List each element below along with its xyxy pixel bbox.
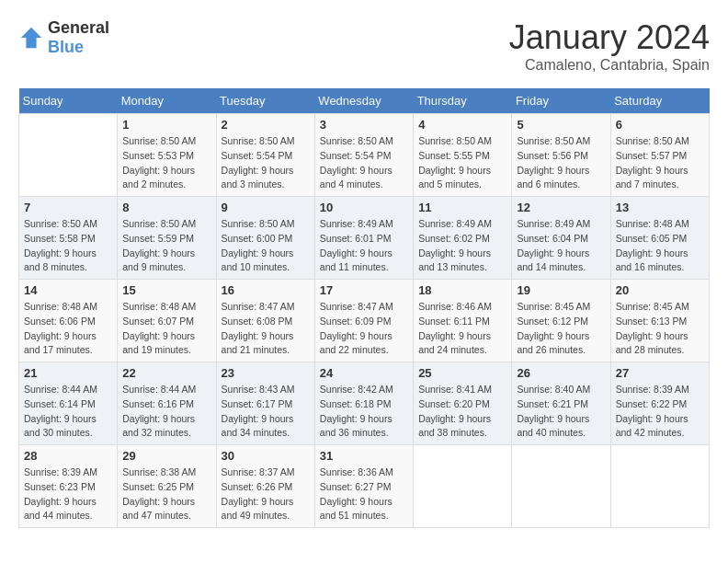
- calendar-cell: 14Sunrise: 8:48 AMSunset: 6:06 PMDayligh…: [19, 280, 118, 362]
- calendar-cell: [610, 445, 709, 528]
- day-number: 16: [222, 283, 310, 297]
- day-number: 25: [418, 366, 506, 380]
- calendar-cell: 10Sunrise: 8:49 AMSunset: 6:01 PMDayligh…: [314, 197, 413, 280]
- day-number: 22: [122, 366, 210, 380]
- day-number: 28: [24, 449, 112, 463]
- calendar-cell: 11Sunrise: 8:49 AMSunset: 6:02 PMDayligh…: [414, 197, 512, 280]
- day-info: Sunrise: 8:50 AMSunset: 5:59 PMDaylight:…: [122, 217, 210, 275]
- day-info: Sunrise: 8:50 AMSunset: 5:58 PMDaylight:…: [24, 217, 112, 275]
- day-info: Sunrise: 8:37 AMSunset: 6:26 PMDaylight:…: [222, 465, 310, 523]
- weekday-header-tuesday: Tuesday: [216, 88, 314, 114]
- day-number: 14: [24, 283, 112, 297]
- day-number: 29: [122, 449, 210, 463]
- day-number: 30: [222, 449, 310, 463]
- calendar-cell: 8Sunrise: 8:50 AMSunset: 5:59 PMDaylight…: [118, 197, 216, 280]
- day-info: Sunrise: 8:38 AMSunset: 6:25 PMDaylight:…: [122, 465, 210, 523]
- calendar-cell: 12Sunrise: 8:49 AMSunset: 6:04 PMDayligh…: [512, 197, 610, 280]
- day-info: Sunrise: 8:43 AMSunset: 6:17 PMDaylight:…: [222, 383, 310, 441]
- day-info: Sunrise: 8:50 AMSunset: 5:55 PMDaylight:…: [418, 134, 506, 192]
- day-info: Sunrise: 8:49 AMSunset: 6:02 PMDaylight:…: [418, 217, 506, 275]
- calendar-cell: 30Sunrise: 8:37 AMSunset: 6:26 PMDayligh…: [216, 445, 314, 528]
- day-number: 11: [418, 201, 506, 214]
- calendar-cell: 13Sunrise: 8:48 AMSunset: 6:05 PMDayligh…: [610, 197, 709, 280]
- calendar-cell: 27Sunrise: 8:39 AMSunset: 6:22 PMDayligh…: [610, 362, 709, 445]
- calendar-cell: 9Sunrise: 8:50 AMSunset: 6:00 PMDaylight…: [216, 197, 314, 280]
- day-info: Sunrise: 8:44 AMSunset: 6:16 PMDaylight:…: [122, 383, 210, 441]
- calendar-cell: 7Sunrise: 8:50 AMSunset: 5:58 PMDaylight…: [19, 197, 118, 280]
- logo-icon: [18, 25, 44, 51]
- logo: General Blue: [18, 18, 109, 57]
- calendar-cell: 21Sunrise: 8:44 AMSunset: 6:14 PMDayligh…: [19, 362, 118, 445]
- day-info: Sunrise: 8:50 AMSunset: 5:53 PMDaylight:…: [122, 134, 210, 192]
- day-info: Sunrise: 8:42 AMSunset: 6:18 PMDaylight:…: [320, 383, 408, 441]
- day-info: Sunrise: 8:50 AMSunset: 5:54 PMDaylight:…: [222, 134, 310, 192]
- calendar-week-row: 14Sunrise: 8:48 AMSunset: 6:06 PMDayligh…: [19, 280, 710, 362]
- day-info: Sunrise: 8:48 AMSunset: 6:05 PMDaylight:…: [616, 217, 704, 275]
- day-number: 23: [222, 366, 310, 380]
- day-info: Sunrise: 8:45 AMSunset: 6:12 PMDaylight:…: [517, 300, 605, 358]
- location-subtitle: Camaleno, Cantabria, Spain: [509, 57, 710, 74]
- calendar-cell: 18Sunrise: 8:46 AMSunset: 6:11 PMDayligh…: [414, 280, 512, 362]
- day-number: 18: [418, 283, 506, 297]
- calendar-cell: 31Sunrise: 8:36 AMSunset: 6:27 PMDayligh…: [314, 445, 413, 528]
- calendar-cell: 16Sunrise: 8:47 AMSunset: 6:08 PMDayligh…: [216, 280, 314, 362]
- weekday-header-saturday: Saturday: [610, 88, 709, 114]
- day-number: 21: [24, 366, 112, 380]
- day-info: Sunrise: 8:44 AMSunset: 6:14 PMDaylight:…: [24, 383, 112, 441]
- day-info: Sunrise: 8:48 AMSunset: 6:06 PMDaylight:…: [24, 300, 112, 358]
- calendar-table: SundayMondayTuesdayWednesdayThursdayFrid…: [18, 88, 710, 528]
- day-number: 27: [616, 366, 704, 380]
- day-number: 13: [616, 201, 704, 214]
- calendar-cell: 20Sunrise: 8:45 AMSunset: 6:13 PMDayligh…: [610, 280, 709, 362]
- calendar-cell: 28Sunrise: 8:39 AMSunset: 6:23 PMDayligh…: [19, 445, 118, 528]
- calendar-cell: 22Sunrise: 8:44 AMSunset: 6:16 PMDayligh…: [118, 362, 216, 445]
- day-info: Sunrise: 8:50 AMSunset: 5:56 PMDaylight:…: [517, 134, 605, 192]
- weekday-header-row: SundayMondayTuesdayWednesdayThursdayFrid…: [19, 88, 710, 114]
- weekday-header-wednesday: Wednesday: [314, 88, 413, 114]
- page-header: General Blue January 2024 Camaleno, Cant…: [18, 18, 710, 74]
- logo-general-text: General: [48, 18, 109, 37]
- calendar-week-row: 1Sunrise: 8:50 AMSunset: 5:53 PMDaylight…: [19, 114, 710, 197]
- day-info: Sunrise: 8:49 AMSunset: 6:01 PMDaylight:…: [320, 217, 408, 275]
- calendar-week-row: 7Sunrise: 8:50 AMSunset: 5:58 PMDaylight…: [19, 197, 710, 280]
- calendar-cell: 17Sunrise: 8:47 AMSunset: 6:09 PMDayligh…: [314, 280, 413, 362]
- day-number: 8: [122, 201, 210, 214]
- day-number: 19: [517, 283, 605, 297]
- day-number: 2: [222, 118, 310, 132]
- day-number: 20: [616, 283, 704, 297]
- calendar-cell: [414, 445, 512, 528]
- day-number: 15: [122, 283, 210, 297]
- day-info: Sunrise: 8:49 AMSunset: 6:04 PMDaylight:…: [517, 217, 605, 275]
- day-number: 4: [418, 118, 506, 132]
- day-number: 12: [517, 201, 605, 214]
- calendar-cell: 29Sunrise: 8:38 AMSunset: 6:25 PMDayligh…: [118, 445, 216, 528]
- calendar-cell: [512, 445, 610, 528]
- day-info: Sunrise: 8:36 AMSunset: 6:27 PMDaylight:…: [320, 465, 408, 523]
- calendar-cell: 5Sunrise: 8:50 AMSunset: 5:56 PMDaylight…: [512, 114, 610, 197]
- day-number: 6: [616, 118, 704, 132]
- calendar-cell: 1Sunrise: 8:50 AMSunset: 5:53 PMDaylight…: [118, 114, 216, 197]
- day-info: Sunrise: 8:45 AMSunset: 6:13 PMDaylight:…: [616, 300, 704, 358]
- day-number: 1: [122, 118, 210, 132]
- day-info: Sunrise: 8:47 AMSunset: 6:09 PMDaylight:…: [320, 300, 408, 358]
- calendar-cell: 26Sunrise: 8:40 AMSunset: 6:21 PMDayligh…: [512, 362, 610, 445]
- day-info: Sunrise: 8:50 AMSunset: 5:54 PMDaylight:…: [320, 134, 408, 192]
- calendar-cell: 6Sunrise: 8:50 AMSunset: 5:57 PMDaylight…: [610, 114, 709, 197]
- calendar-cell: 19Sunrise: 8:45 AMSunset: 6:12 PMDayligh…: [512, 280, 610, 362]
- weekday-header-sunday: Sunday: [19, 88, 118, 114]
- weekday-header-thursday: Thursday: [414, 88, 512, 114]
- calendar-cell: 4Sunrise: 8:50 AMSunset: 5:55 PMDaylight…: [414, 114, 512, 197]
- calendar-week-row: 28Sunrise: 8:39 AMSunset: 6:23 PMDayligh…: [19, 445, 710, 528]
- day-info: Sunrise: 8:39 AMSunset: 6:22 PMDaylight:…: [616, 383, 704, 441]
- day-number: 26: [517, 366, 605, 380]
- calendar-cell: 2Sunrise: 8:50 AMSunset: 5:54 PMDaylight…: [216, 114, 314, 197]
- weekday-header-friday: Friday: [512, 88, 610, 114]
- day-number: 24: [320, 366, 408, 380]
- day-number: 17: [320, 283, 408, 297]
- day-number: 3: [320, 118, 408, 132]
- day-info: Sunrise: 8:40 AMSunset: 6:21 PMDaylight:…: [517, 383, 605, 441]
- day-info: Sunrise: 8:39 AMSunset: 6:23 PMDaylight:…: [24, 465, 112, 523]
- day-number: 5: [517, 118, 605, 132]
- svg-marker-0: [21, 28, 41, 48]
- day-number: 10: [320, 201, 408, 214]
